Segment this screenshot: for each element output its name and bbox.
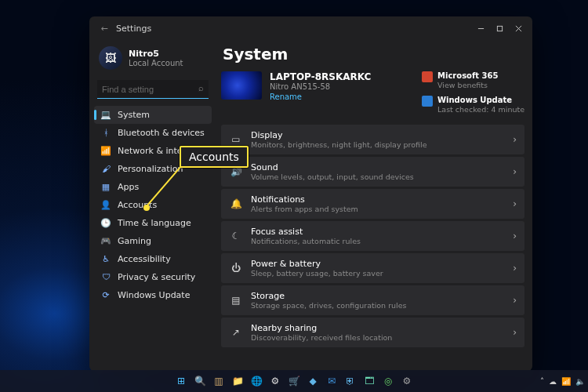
taskbar: ⊞🔍▥📁🌐⚙🛒◆✉⛨🗔◎⚙ [0, 370, 588, 392]
sidebar-item-system[interactable]: 💻System [94, 106, 212, 124]
nav-icon: 🎮 [100, 236, 111, 246]
taskbar-icon[interactable]: ◎ [380, 373, 396, 389]
taskbar-icon[interactable]: 📁 [230, 373, 245, 389]
category-title: Storage [251, 291, 505, 301]
taskbar-icon[interactable]: 🌐 [249, 373, 264, 389]
tray-chevron-icon[interactable]: ˄ [540, 377, 544, 386]
nav-label: Accessibility [118, 254, 171, 264]
category-notifications[interactable]: 🔔NotificationsAlerts from apps and syste… [221, 189, 524, 219]
nav-icon: 📶 [100, 146, 111, 156]
annotation-label: Accounts [189, 151, 239, 163]
annotation-dot [143, 205, 150, 211]
svg-rect-5 [422, 96, 433, 107]
nav-label: Accounts [118, 200, 157, 210]
nav-label: Windows Update [118, 290, 190, 300]
tray-wifi-icon[interactable]: 📶 [561, 377, 571, 386]
category-sound[interactable]: 🔊SoundVolume levels, output, input, soun… [221, 157, 524, 187]
taskbar-icon[interactable]: ◆ [305, 373, 321, 389]
search-icon: ⌕ [198, 83, 204, 93]
chevron-right-icon: › [513, 327, 517, 338]
category-subtitle: Discoverability, received files location [251, 333, 505, 343]
device-row: LAPTOP-8RSKARKC Nitro AN515-58 Rename Mi… [221, 71, 524, 114]
taskbar-icon[interactable]: 🛒 [286, 373, 302, 389]
sidebar-item-bluetooth-devices[interactable]: ᚼBluetooth & devices [94, 124, 212, 142]
chevron-right-icon: › [513, 230, 517, 241]
category-subtitle: Sleep, battery usage, battery saver [251, 269, 505, 278]
back-button[interactable]: ← [99, 24, 110, 34]
promo-icon [422, 71, 433, 82]
category-icon: ▤ [229, 295, 243, 306]
tray-cloud-icon[interactable]: ☁ [549, 377, 557, 386]
chevron-right-icon: › [513, 295, 517, 306]
sidebar-item-gaming[interactable]: 🎮Gaming [94, 232, 212, 250]
sidebar-item-apps[interactable]: ▦Apps [94, 178, 212, 196]
nav-list: 💻SystemᚼBluetooth & devices📶Network & in… [93, 104, 213, 306]
category-list: ▭DisplayMonitors, brightness, night ligh… [221, 125, 524, 347]
sidebar-item-time-language[interactable]: 🕒Time & language [94, 214, 212, 232]
category-title: Notifications [251, 194, 505, 205]
category-focus-assist[interactable]: ☾Focus assistNotifications, automatic ru… [221, 221, 524, 251]
nav-label: System [118, 110, 150, 120]
nav-icon: 🖌 [100, 164, 111, 174]
promo-windows-update[interactable]: Windows UpdateLast checked: 4 minute [422, 96, 524, 114]
category-nearby-sharing[interactable]: ↗Nearby sharingDiscoverability, received… [221, 318, 524, 347]
close-button[interactable] [509, 19, 528, 38]
category-icon: ☾ [229, 230, 243, 241]
category-storage[interactable]: ▤StorageStorage space, drives, configura… [221, 285, 524, 315]
taskbar-icon[interactable]: ▥ [211, 373, 227, 389]
taskbar-icon[interactable]: ⚙ [267, 373, 283, 389]
sidebar-item-accounts[interactable]: 👤Accounts [94, 196, 212, 214]
device-rename-link[interactable]: Rename [270, 93, 371, 101]
nav-label: Bluetooth & devices [118, 128, 205, 138]
sidebar-item-privacy-security[interactable]: 🛡Privacy & security [94, 268, 212, 286]
category-subtitle: Notifications, automatic rules [251, 237, 505, 246]
category-display[interactable]: ▭DisplayMonitors, brightness, night ligh… [221, 125, 524, 154]
promo-name: Microsoft 365 [437, 71, 498, 81]
minimize-button[interactable] [471, 19, 490, 38]
sidebar: 🖼 Nitro5 Local Account ⌕ 💻SystemᚼBluetoo… [89, 40, 216, 371]
system-tray[interactable]: ˄ ☁ 📶 🔈 [540, 370, 585, 392]
category-icon: ↗ [229, 327, 243, 338]
taskbar-icon[interactable]: ⛨ [343, 373, 358, 389]
nav-label: Privacy & security [118, 272, 195, 282]
category-title: Focus assist [251, 227, 505, 237]
nav-icon: ᚼ [100, 128, 111, 138]
tray-volume-icon[interactable]: 🔈 [575, 377, 585, 386]
chevron-right-icon: › [513, 263, 517, 274]
taskbar-icon[interactable]: 🗔 [361, 373, 377, 389]
taskbar-icon[interactable]: ✉ [324, 373, 339, 389]
user-block[interactable]: 🖼 Nitro5 Local Account [93, 43, 213, 76]
sidebar-item-windows-update[interactable]: ⟳Windows Update [94, 286, 212, 304]
promo-icon [422, 96, 433, 107]
nav-icon: ⟳ [100, 290, 111, 300]
search-input[interactable] [97, 80, 209, 99]
nav-icon: ▦ [100, 182, 111, 192]
settings-window: ← Settings 🖼 Nitro5 Local Account ⌕ 💻Sys… [89, 16, 532, 371]
device-model: Nitro AN515-58 [270, 82, 371, 91]
maximize-button[interactable] [490, 19, 509, 38]
chevron-right-icon: › [513, 198, 517, 209]
sidebar-item-accessibility[interactable]: ♿Accessibility [94, 250, 212, 268]
device-thumbnail [221, 71, 262, 100]
user-name: Nitro5 [129, 49, 183, 59]
promo-name: Windows Update [437, 96, 524, 105]
category-power-battery[interactable]: ⏻Power & batterySleep, battery usage, ba… [221, 253, 524, 283]
nav-label: Gaming [118, 236, 151, 246]
category-title: Sound [251, 162, 505, 172]
taskbar-icon[interactable]: ⚙ [399, 373, 415, 389]
taskbar-icon[interactable]: ⊞ [173, 373, 189, 389]
nav-label: Apps [118, 182, 139, 192]
category-icon: ⏻ [229, 263, 243, 274]
taskbar-icon[interactable]: 🔍 [192, 373, 208, 389]
nav-label: Time & language [118, 218, 191, 228]
search-box: ⌕ [97, 80, 209, 99]
device-name: LAPTOP-8RSKARKC [270, 71, 371, 82]
promo-column: Microsoft 365View benefitsWindows Update… [422, 71, 524, 114]
user-subtitle: Local Account [129, 59, 183, 67]
category-title: Nearby sharing [251, 323, 505, 333]
promo-microsoft-365[interactable]: Microsoft 365View benefits [422, 71, 524, 89]
nav-icon: 💻 [100, 110, 111, 120]
category-subtitle: Storage space, drives, configuration rul… [251, 301, 505, 310]
category-icon: ▭ [229, 134, 243, 145]
avatar: 🖼 [99, 46, 122, 70]
